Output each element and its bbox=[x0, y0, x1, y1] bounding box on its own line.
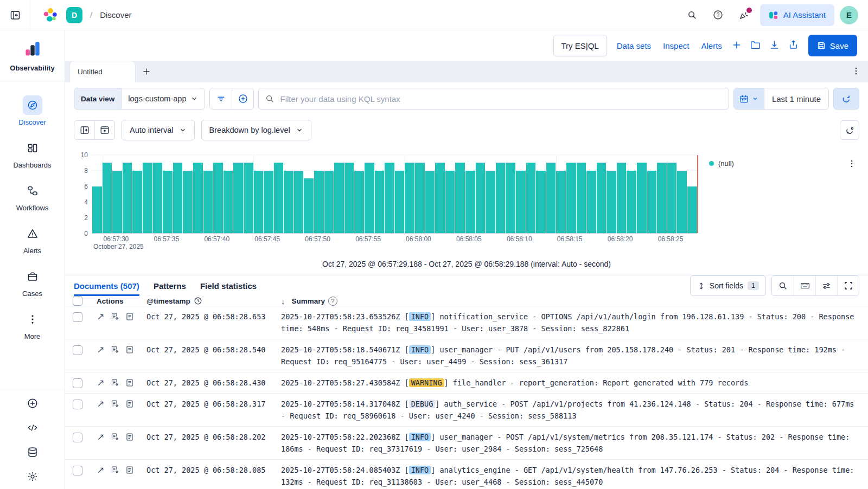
histogram-bar[interactable] bbox=[324, 171, 334, 233]
tab-untitled[interactable]: Untitled bbox=[69, 61, 136, 82]
column-header-timestamp[interactable]: @timestamp bbox=[146, 297, 281, 305]
histogram-bar[interactable] bbox=[123, 163, 132, 233]
fullscreen-button[interactable] bbox=[837, 276, 859, 295]
view-document-icon[interactable] bbox=[125, 378, 134, 387]
histogram-bar[interactable] bbox=[213, 163, 223, 233]
results-tab-field-statistics[interactable]: Field statistics bbox=[200, 275, 257, 296]
histogram-bar[interactable] bbox=[112, 171, 122, 233]
view-document-icon[interactable] bbox=[125, 433, 134, 441]
sidebar-circle-plus-button[interactable] bbox=[27, 398, 38, 410]
keyboard-shortcuts-button[interactable] bbox=[794, 276, 815, 295]
share-button[interactable] bbox=[788, 40, 799, 52]
global-search-button[interactable] bbox=[682, 5, 703, 25]
histogram-bar[interactable] bbox=[274, 163, 284, 233]
histogram-bar[interactable] bbox=[143, 163, 152, 233]
expand-document-icon[interactable] bbox=[97, 346, 105, 354]
sidebar-code-button[interactable] bbox=[27, 422, 38, 435]
time-range-value[interactable]: Last 1 minute bbox=[764, 88, 828, 109]
document-actions-icon[interactable] bbox=[111, 433, 119, 441]
hide-sidebar-button[interactable] bbox=[74, 121, 94, 139]
time-calendar-button[interactable] bbox=[734, 88, 764, 109]
histogram-bar[interactable] bbox=[425, 171, 435, 233]
row-checkbox[interactable] bbox=[73, 378, 82, 388]
row-checkbox[interactable] bbox=[73, 466, 82, 475]
legend-item[interactable]: (null) bbox=[709, 159, 734, 168]
histogram-bar[interactable] bbox=[506, 163, 515, 233]
expand-document-icon[interactable] bbox=[97, 379, 105, 387]
sidebar-item-cases[interactable]: Cases bbox=[0, 262, 65, 302]
sidebar-gear-button[interactable] bbox=[27, 471, 38, 484]
histogram-bar[interactable] bbox=[566, 163, 576, 233]
document-actions-icon[interactable] bbox=[111, 466, 119, 474]
toolbar-link-inspect[interactable]: Inspect bbox=[663, 41, 689, 50]
histogram-bar[interactable] bbox=[92, 186, 102, 233]
select-all-checkbox[interactable] bbox=[73, 296, 82, 306]
histogram-bar[interactable] bbox=[415, 163, 425, 233]
histogram-bar[interactable] bbox=[244, 163, 253, 233]
histogram-bar[interactable] bbox=[586, 171, 596, 233]
filter-list-button[interactable] bbox=[210, 88, 232, 109]
interval-select[interactable]: Auto interval bbox=[122, 120, 195, 140]
histogram-bar[interactable] bbox=[405, 163, 414, 233]
view-document-icon[interactable] bbox=[125, 400, 134, 408]
hide-chart-button[interactable] bbox=[94, 121, 114, 139]
row-checkbox[interactable] bbox=[73, 312, 82, 322]
histogram-bar[interactable] bbox=[395, 171, 405, 233]
toolbar-link-data-sets[interactable]: Data sets bbox=[617, 41, 651, 50]
histogram-bar[interactable] bbox=[264, 171, 273, 233]
histogram-bar[interactable] bbox=[304, 178, 314, 233]
help-button[interactable]: ? bbox=[708, 5, 729, 25]
sort-direction-icon[interactable]: ↓ bbox=[281, 297, 285, 306]
histogram-bar[interactable] bbox=[435, 163, 445, 233]
add-filter-button[interactable] bbox=[232, 88, 253, 109]
document-actions-icon[interactable] bbox=[111, 378, 119, 387]
expand-document-icon[interactable] bbox=[97, 466, 105, 474]
histogram-bar[interactable] bbox=[193, 163, 203, 233]
collapse-nav-button[interactable] bbox=[0, 0, 30, 30]
histogram-bar[interactable] bbox=[647, 171, 657, 233]
histogram-bar[interactable] bbox=[132, 171, 142, 233]
row-checkbox[interactable] bbox=[73, 400, 82, 409]
histogram-bar[interactable] bbox=[183, 171, 193, 233]
row-checkbox[interactable] bbox=[73, 345, 82, 355]
histogram-bar[interactable] bbox=[224, 171, 233, 233]
histogram-bar[interactable] bbox=[516, 171, 526, 233]
save-button[interactable]: Save bbox=[808, 35, 857, 56]
histogram-bar[interactable] bbox=[496, 163, 506, 233]
toolbar-link-alerts[interactable]: Alerts bbox=[701, 41, 722, 50]
row-checkbox[interactable] bbox=[73, 433, 82, 442]
histogram-bar[interactable] bbox=[607, 171, 616, 233]
histogram-bar[interactable] bbox=[233, 163, 243, 233]
histogram-bar[interactable] bbox=[294, 171, 304, 233]
column-header-summary[interactable]: ↓ Summary ? bbox=[281, 297, 859, 306]
edit-visualization-button[interactable] bbox=[840, 120, 859, 140]
sidebar-item-workflows[interactable]: Workflows bbox=[0, 177, 65, 216]
elastic-logo[interactable] bbox=[42, 7, 59, 23]
search-in-table-button[interactable] bbox=[772, 276, 794, 295]
add-panel-button[interactable] bbox=[732, 40, 742, 52]
data-view-value[interactable]: logs-custom-app bbox=[121, 88, 205, 109]
kql-search-input[interactable] bbox=[280, 94, 722, 104]
tab-options-button[interactable] bbox=[844, 61, 868, 82]
histogram-bar[interactable] bbox=[173, 163, 183, 233]
histogram-bar[interactable] bbox=[314, 171, 324, 233]
histogram-bar[interactable] bbox=[465, 171, 475, 233]
histogram-bar[interactable] bbox=[365, 163, 374, 233]
view-document-icon[interactable] bbox=[125, 466, 134, 474]
histogram-bar[interactable] bbox=[344, 163, 354, 233]
histogram-bar[interactable] bbox=[385, 163, 394, 233]
sort-fields-button[interactable]: Sort fields 1 bbox=[690, 275, 766, 296]
document-actions-icon[interactable] bbox=[111, 345, 119, 354]
display-options-button[interactable] bbox=[815, 276, 837, 295]
refresh-button[interactable] bbox=[833, 88, 859, 110]
results-tab-documents[interactable]: Documents (507) bbox=[74, 275, 139, 296]
summary-help-icon[interactable]: ? bbox=[328, 297, 337, 306]
histogram-bar[interactable] bbox=[546, 163, 556, 233]
breakdown-select[interactable]: Breakdown by log.level bbox=[201, 120, 311, 140]
histogram-bar[interactable] bbox=[486, 171, 495, 233]
histogram-bar[interactable] bbox=[526, 163, 536, 233]
histogram-bar[interactable] bbox=[657, 163, 667, 233]
histogram-bar[interactable] bbox=[667, 163, 677, 233]
expand-document-icon[interactable] bbox=[97, 313, 105, 321]
new-tab-button[interactable] bbox=[136, 61, 157, 82]
